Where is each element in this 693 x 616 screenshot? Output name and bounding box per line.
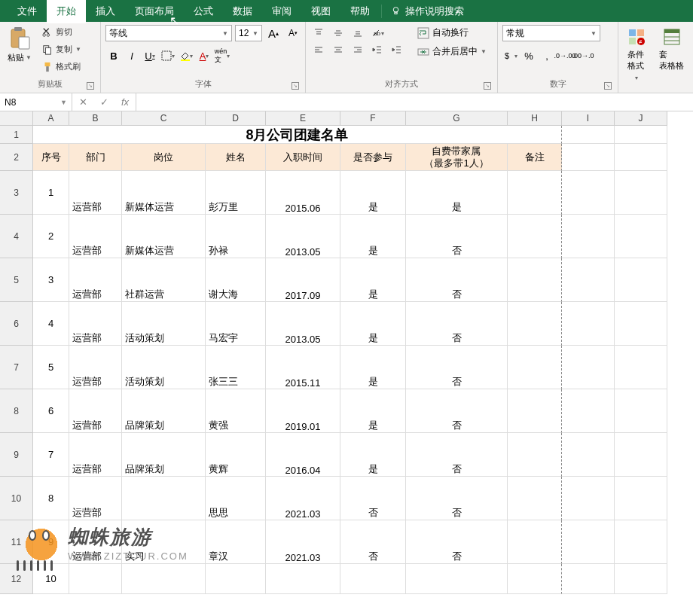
tab-review[interactable]: 审阅 (262, 0, 301, 23)
cell[interactable]: 2015.06 (266, 171, 340, 215)
cell[interactable]: 10 (33, 564, 69, 594)
cell[interactable]: 活动策划 (122, 346, 206, 389)
cell[interactable]: 入职时间 (266, 144, 340, 171)
row-header[interactable]: 4 (0, 215, 33, 258)
cell[interactable]: 2021.03 (266, 520, 340, 564)
phonetic-button[interactable]: wén文▾ (214, 47, 230, 64)
column-header[interactable]: F (340, 111, 406, 126)
formula-input[interactable] (136, 93, 693, 111)
cell[interactable]: 姓名 (206, 144, 266, 171)
column-header[interactable]: A (33, 111, 69, 126)
column-header[interactable]: J (615, 111, 667, 126)
increase-font-button[interactable]: A▴ (265, 25, 282, 41)
cell[interactable]: 运营部 (69, 171, 122, 215)
row-header[interactable]: 6 (0, 302, 33, 346)
percent-button[interactable]: % (521, 47, 537, 64)
align-center-button[interactable] (330, 41, 346, 58)
cell[interactable]: 8月公司团建名单 (33, 126, 562, 144)
cell[interactable] (508, 389, 562, 433)
cell[interactable] (508, 302, 562, 346)
cell[interactable] (508, 346, 562, 389)
font-name-select[interactable]: 等线▼ (105, 25, 232, 41)
cell[interactable]: 社群运营 (122, 258, 206, 302)
column-header[interactable]: G (406, 111, 508, 126)
tab-view[interactable]: 视图 (301, 0, 340, 23)
align-left-button[interactable] (310, 41, 327, 58)
cell[interactable]: 5 (33, 346, 69, 389)
cell[interactable]: 2015.11 (266, 346, 340, 389)
cell[interactable] (562, 477, 615, 520)
underline-button[interactable]: U▾ (142, 47, 158, 64)
cell[interactable]: 运营部 (69, 215, 122, 258)
cell[interactable]: 运营部 (69, 302, 122, 346)
copy-button[interactable]: 复制 ▼ (39, 42, 84, 56)
format-painter-button[interactable]: 格式刷 (39, 59, 84, 74)
column-header[interactable]: B (69, 111, 122, 126)
column-header[interactable]: H (508, 111, 562, 126)
row-header[interactable]: 10 (0, 477, 33, 520)
cell[interactable]: 自费带家属 （最多带1人） (406, 144, 508, 171)
cell[interactable]: 2017.09 (266, 258, 340, 302)
cell[interactable] (69, 564, 122, 594)
tab-help[interactable]: 帮助 (340, 0, 380, 23)
tab-page-layout[interactable]: 页面布局 (125, 0, 184, 23)
comma-button[interactable]: , (539, 47, 555, 64)
cell[interactable] (562, 564, 615, 594)
bold-button[interactable]: B (105, 47, 122, 64)
cell[interactable] (562, 302, 615, 346)
cell[interactable]: 运营部 (69, 433, 122, 477)
cell[interactable]: 否 (406, 520, 508, 564)
cell[interactable] (562, 520, 615, 564)
cell[interactable]: 否 (340, 477, 406, 520)
fill-color-button[interactable]: ▾ (178, 47, 194, 64)
cell[interactable]: 否 (406, 346, 508, 389)
tell-me-search[interactable]: 操作说明搜索 (391, 5, 464, 18)
cell[interactable] (562, 144, 615, 171)
dialog-launcher-icon[interactable]: ↘ (484, 82, 491, 90)
column-header[interactable]: I (562, 111, 615, 126)
dialog-launcher-icon[interactable]: ↘ (604, 82, 612, 90)
cell[interactable]: 张三三 (206, 346, 266, 389)
fx-button[interactable]: fx (114, 93, 136, 111)
italic-button[interactable]: I (124, 47, 140, 64)
cell[interactable]: 否 (406, 433, 508, 477)
cell[interactable]: 是 (340, 302, 406, 346)
wrap-text-button[interactable]: 自动换行 (414, 25, 490, 41)
cell[interactable] (562, 346, 615, 389)
paste-button[interactable]: 粘贴▼ (5, 25, 35, 65)
row-header[interactable]: 11 (0, 520, 33, 564)
cell[interactable]: 实习 (122, 520, 206, 564)
cell[interactable] (562, 171, 615, 215)
cell[interactable]: 部门 (69, 144, 122, 171)
align-middle-button[interactable] (330, 25, 346, 41)
cell[interactable]: 运营部 (69, 477, 122, 520)
cell[interactable]: 是 (340, 215, 406, 258)
cell[interactable]: 运营部 (69, 389, 122, 433)
cell[interactable]: 黄强 (206, 389, 266, 433)
cell[interactable] (615, 477, 667, 520)
cell[interactable]: 思思 (206, 477, 266, 520)
cell[interactable] (562, 126, 615, 144)
cell[interactable]: 6 (33, 389, 69, 433)
cell[interactable] (266, 564, 340, 594)
cell[interactable]: 备注 (508, 144, 562, 171)
cell[interactable] (562, 389, 615, 433)
cell[interactable]: 8 (33, 477, 69, 520)
cut-button[interactable]: 剪切 (39, 25, 84, 39)
increase-decimal-button[interactable]: .0→.00 (557, 47, 573, 64)
cell[interactable]: 是 (340, 258, 406, 302)
cell[interactable]: 运营部 (69, 258, 122, 302)
cell[interactable] (615, 258, 667, 302)
row-header[interactable]: 5 (0, 258, 33, 302)
cell[interactable]: 否 (406, 215, 508, 258)
cell[interactable] (615, 389, 667, 433)
cell[interactable]: 4 (33, 302, 69, 346)
confirm-formula-button[interactable]: ✓ (93, 93, 114, 111)
number-format-select[interactable]: 常规▼ (502, 25, 600, 41)
cell[interactable] (615, 126, 667, 144)
cell[interactable] (508, 215, 562, 258)
cell[interactable] (615, 171, 667, 215)
cell[interactable]: 7 (33, 433, 69, 477)
cell[interactable]: 运营部 (69, 346, 122, 389)
cell[interactable] (615, 215, 667, 258)
